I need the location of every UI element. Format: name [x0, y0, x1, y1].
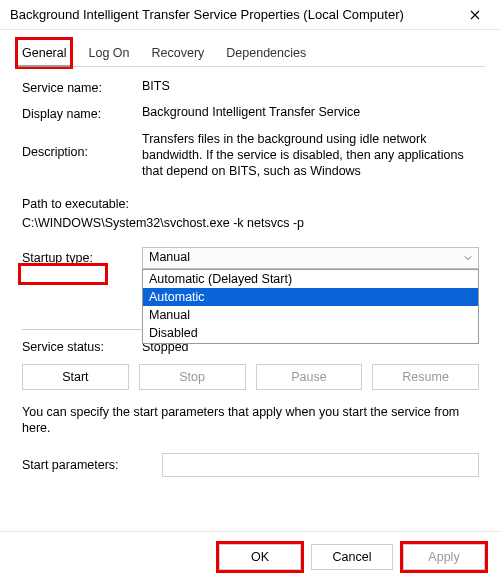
apply-button[interactable]: Apply [403, 544, 485, 570]
startup-type-combobox[interactable]: Manual [142, 247, 479, 269]
highlight-startup-label [18, 263, 108, 285]
path-section: Path to executable: C:\WINDOWS\System32\… [22, 195, 479, 233]
service-name-row: Service name: BITS [22, 79, 479, 95]
close-button[interactable] [453, 1, 497, 29]
tab-general[interactable]: General [18, 40, 70, 66]
service-status-label: Service status: [22, 340, 142, 354]
pause-button[interactable]: Pause [256, 364, 363, 390]
start-params-hint: You can specify the start parameters tha… [22, 404, 479, 438]
start-parameters-input[interactable] [162, 453, 479, 477]
stop-button[interactable]: Stop [139, 364, 246, 390]
start-button[interactable]: Start [22, 364, 129, 390]
tab-recovery[interactable]: Recovery [148, 40, 209, 66]
option-disabled[interactable]: Disabled [143, 324, 478, 342]
description-label: Description: [22, 131, 142, 159]
dialog-footer: OK Cancel Apply [0, 531, 501, 581]
tab-log-on[interactable]: Log On [84, 40, 133, 66]
titlebar: Background Intelligent Transfer Service … [0, 0, 501, 30]
start-parameters-label: Start parameters: [22, 458, 162, 472]
option-manual[interactable]: Manual [143, 306, 478, 324]
display-name-label: Display name: [22, 105, 142, 121]
startup-type-combo-wrap: Manual Automatic (Delayed Start) Automat… [142, 247, 479, 269]
option-automatic[interactable]: Automatic [143, 288, 478, 306]
startup-type-dropdown: Automatic (Delayed Start) Automatic Manu… [142, 269, 479, 344]
start-parameters-row: Start parameters: [22, 453, 479, 477]
service-control-buttons: Start Stop Pause Resume [22, 364, 479, 390]
resume-button[interactable]: Resume [372, 364, 479, 390]
tab-dependencies[interactable]: Dependencies [222, 40, 310, 66]
service-name-label: Service name: [22, 79, 142, 95]
description-text[interactable]: Transfers files in the background using … [142, 131, 479, 185]
chevron-down-icon [464, 254, 472, 262]
service-name-value: BITS [142, 79, 479, 93]
option-automatic-delayed[interactable]: Automatic (Delayed Start) [143, 270, 478, 288]
display-name-row: Display name: Background Intelligent Tra… [22, 105, 479, 121]
cancel-button[interactable]: Cancel [311, 544, 393, 570]
path-value: C:\WINDOWS\System32\svchost.exe -k netsv… [22, 214, 479, 233]
description-row: Description: Transfers files in the back… [22, 131, 479, 185]
path-label: Path to executable: [22, 195, 479, 214]
tab-strip: General Log On Recovery Dependencies [16, 40, 485, 67]
startup-type-selected: Manual [149, 250, 190, 264]
display-name-value: Background Intelligent Transfer Service [142, 105, 479, 119]
close-icon [470, 10, 480, 20]
ok-button[interactable]: OK [219, 544, 301, 570]
window-title: Background Intelligent Transfer Service … [10, 7, 453, 22]
